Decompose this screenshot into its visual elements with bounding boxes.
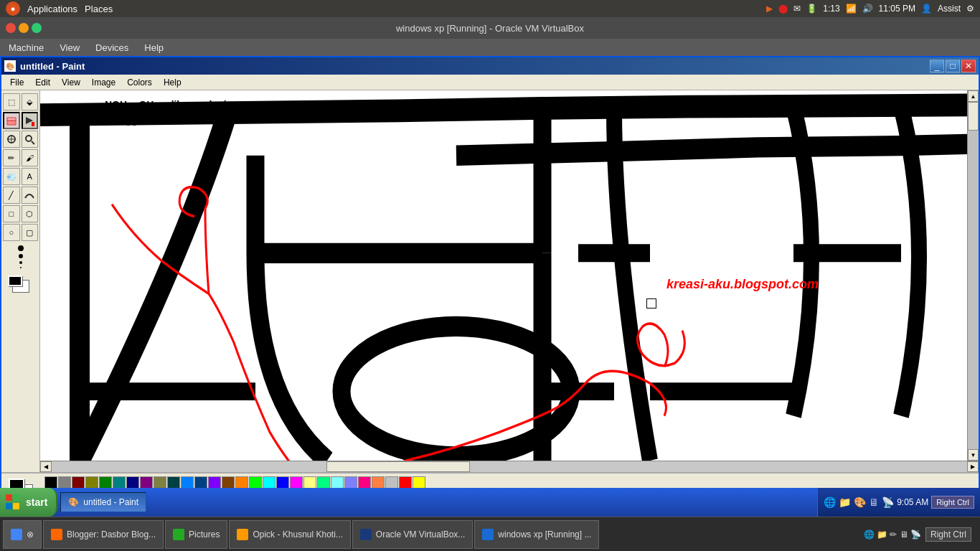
settings-icon[interactable]: ⚙ <box>966 4 974 14</box>
tool-row-8: ○ ▢ <box>3 224 38 241</box>
opick-icon <box>237 529 248 540</box>
paint-menu-help[interactable]: Help <box>159 76 186 89</box>
paint-menu-image[interactable]: Image <box>88 76 120 89</box>
scroll-left-button[interactable]: ◀ <box>40 461 52 472</box>
svg-rect-2 <box>32 122 34 126</box>
canvas-area: NOH..nOH.... dihapus lagi.. menggunakan … <box>40 90 979 472</box>
zoom-tool[interactable] <box>22 131 39 148</box>
menu-places[interactable]: Places <box>85 4 113 14</box>
paint-vertical-scrollbar[interactable]: ▲ ▼ <box>967 90 979 461</box>
ubuntu-taskbar: ⊗ Blogger: Dasbor Blog... Pictures Opick… <box>0 517 980 551</box>
scroll-down-button[interactable]: ▼ <box>968 449 979 461</box>
ubuntu-systray: 🌐 📁 ✏ 🖥 📡 Right Ctrl <box>858 527 977 542</box>
tool-row-3 <box>3 131 38 148</box>
rect-tool[interactable]: □ <box>3 205 20 222</box>
fill-tool[interactable] <box>22 112 39 129</box>
systray-monitor-icon: 🖥 <box>869 496 879 508</box>
right-ctrl-button[interactable]: Right Ctrl <box>931 496 974 509</box>
battery-time: 1:13 <box>823 4 839 14</box>
xp-windows-logo <box>6 494 22 510</box>
xp-task-paint[interactable]: 🎨 untitled - Paint <box>60 492 146 512</box>
ubuntu-rightctrl[interactable]: Right Ctrl <box>925 527 971 542</box>
virtualbox-window: windows xp [Running] - Oracle VM Virtual… <box>0 17 980 517</box>
annotation-line1: NOH..nOH.... dihapus lagi.. <box>105 98 232 113</box>
pencil-tool[interactable]: ✏ <box>3 149 20 166</box>
svg-rect-0 <box>7 121 16 125</box>
ellipse-tool[interactable]: ○ <box>3 224 20 241</box>
size-medium[interactable] <box>19 254 23 258</box>
ubuntu-task-pictures[interactable]: Pictures <box>165 520 227 549</box>
paint-titlebar: 🎨 untitled - Paint _ □ ✕ <box>1 57 979 75</box>
ubuntu-task-winxp[interactable]: windows xp [Running] ... <box>474 520 599 549</box>
scroll-thumb-h[interactable] <box>326 461 470 472</box>
paint-menu-view[interactable]: View <box>57 76 85 89</box>
xp-task-paint-icon: 🎨 <box>68 497 79 507</box>
curve-tool[interactable] <box>22 187 39 204</box>
canvas-scroll-area[interactable]: NOH..nOH.... dihapus lagi.. menggunakan … <box>40 90 967 461</box>
ubuntu-topbar: ● Applications Places ▶ ⬤ ✉ 🔋 1:13 📶 🔊 1… <box>0 0 980 17</box>
eraser-tool[interactable] <box>3 112 20 129</box>
svg-point-6 <box>26 136 32 141</box>
eyedropper-tool[interactable] <box>3 131 20 148</box>
chrome-icon <box>11 529 22 540</box>
select-free-tool[interactable]: ⬙ <box>22 93 39 110</box>
vbox-menu-machine[interactable]: Machine <box>4 41 48 55</box>
ubuntu-logo-icon[interactable]: ● <box>6 1 20 16</box>
paint-menubar: File Edit View Image Colors Help <box>1 75 979 90</box>
menu-applications[interactable]: Applications <box>27 4 77 14</box>
line-tool[interactable]: ╱ <box>3 187 20 204</box>
airbrush-tool[interactable]: 💨 <box>3 168 20 185</box>
flag-yellow <box>13 503 19 509</box>
paint-horizontal-scrollbar[interactable]: ◀ ▶ <box>40 461 979 472</box>
select-rect-tool[interactable]: ⬚ <box>3 93 20 110</box>
systray-paint2-icon: 🎨 <box>854 496 866 508</box>
ubuntu-task-blogger[interactable]: Blogger: Dasbor Blog... <box>43 520 164 549</box>
pictures-icon <box>173 529 184 540</box>
watermark-text: kreasi-aku.blogspot.com <box>666 277 819 292</box>
scroll-track-h[interactable] <box>52 461 967 472</box>
battery-icon: 🔋 <box>806 4 817 14</box>
user-icon: 👤 <box>921 4 932 14</box>
scroll-track-v[interactable] <box>968 102 979 449</box>
assist-label[interactable]: Assist <box>938 4 961 14</box>
vbox-menu-view[interactable]: View <box>55 41 84 55</box>
ubuntu-task-opick[interactable]: Opick - Khusnul Khoti... <box>229 520 350 549</box>
vbox-titlebar: windows xp [Running] - Oracle VM Virtual… <box>0 17 980 39</box>
vbox-menu-help[interactable]: Help <box>140 41 168 55</box>
scroll-thumb-v[interactable] <box>968 102 979 131</box>
vlc-icon: ▶ <box>766 4 773 14</box>
paint-close-button[interactable]: ✕ <box>961 60 976 72</box>
vbox-maximize-button[interactable] <box>32 23 42 33</box>
canvas-annotation: NOH..nOH.... dihapus lagi.. menggunakan … <box>105 98 232 128</box>
systray-icons: 🌐 📁 🎨 🖥 📡 <box>824 496 894 508</box>
vbox-menu-devices[interactable]: Devices <box>91 41 133 55</box>
scroll-up-button[interactable]: ▲ <box>968 90 979 102</box>
ubuntu-task-chrome[interactable]: ⊗ <box>3 520 42 549</box>
paint-canvas[interactable]: NOH..nOH.... dihapus lagi.. menggunakan … <box>40 90 967 461</box>
mail-icon: ✉ <box>793 4 801 14</box>
polygon-tool[interactable]: ⬡ <box>22 205 39 222</box>
xp-start-button[interactable]: start <box>0 488 57 517</box>
rounded-rect-tool[interactable]: ▢ <box>22 224 39 241</box>
paint-window-controls: _ □ ✕ <box>930 60 976 72</box>
paint-title: untitled - Paint <box>20 61 85 72</box>
paint-menu-edit[interactable]: Edit <box>31 76 55 89</box>
ubuntu-task-vbox[interactable]: Oracle VM VirtualBox... <box>352 520 473 549</box>
vbox-close-button[interactable] <box>6 23 16 33</box>
paint-maximize-button[interactable]: □ <box>946 60 960 72</box>
paint-minimize-button[interactable]: _ <box>930 60 944 72</box>
xp-systray-time: 9:05 AM <box>897 497 928 507</box>
paint-menu-colors[interactable]: Colors <box>123 76 156 89</box>
paint-menu-file[interactable]: File <box>6 76 28 89</box>
brush-tool[interactable]: 🖌 <box>22 149 39 166</box>
flag-blue <box>6 503 12 509</box>
size-small[interactable] <box>19 261 22 264</box>
size-large[interactable] <box>18 245 24 251</box>
scroll-right-button[interactable]: ▶ <box>967 461 979 472</box>
foreground-color-box[interactable] <box>8 276 22 286</box>
text-tool[interactable]: A <box>22 168 39 185</box>
vbox-minimize-button[interactable] <box>19 23 29 33</box>
tool-row-4: ✏ 🖌 <box>3 149 38 166</box>
svg-rect-1 <box>7 118 16 121</box>
size-tiny[interactable] <box>20 267 22 268</box>
